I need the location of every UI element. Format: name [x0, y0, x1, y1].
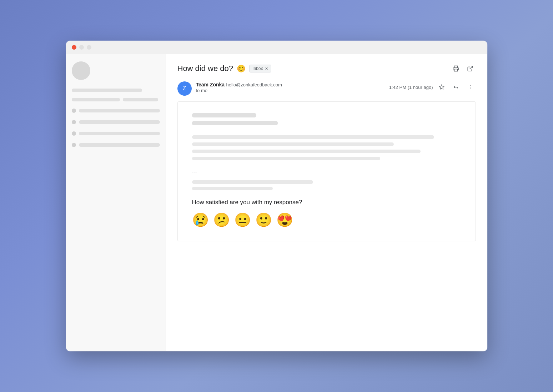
- svg-rect-0: [454, 69, 457, 71]
- footer-line-1: [192, 180, 313, 184]
- email-separator: ---: [192, 169, 461, 175]
- email-header: How did we do? 😊 Inbox ×: [177, 63, 476, 74]
- more-options-button[interactable]: [464, 81, 476, 93]
- sidebar-item-1[interactable]: [72, 109, 160, 113]
- sidebar-item-4[interactable]: [72, 143, 160, 147]
- email-timestamp: 1:42 PM (1 hour ago): [389, 85, 433, 90]
- svg-line-1: [469, 66, 472, 69]
- emoji-neutral[interactable]: 😐: [234, 213, 251, 227]
- browser-content: How did we do? 😊 Inbox ×: [66, 54, 487, 351]
- sidebar-dot-1: [72, 109, 76, 113]
- sender-initial: Z: [183, 85, 186, 92]
- email-meta-right: 1:42 PM (1 hour ago): [389, 81, 476, 93]
- browser-window: How did we do? 😊 Inbox ×: [66, 41, 487, 351]
- inbox-badge: Inbox ×: [249, 65, 271, 72]
- sidebar-bar-3: [123, 98, 158, 101]
- body-line-3: [192, 150, 421, 153]
- minimize-button[interactable]: [79, 45, 84, 50]
- close-button[interactable]: [72, 45, 76, 50]
- email-actions-right: [450, 63, 476, 74]
- sender-avatar: Z: [177, 81, 192, 96]
- open-external-button[interactable]: [464, 63, 476, 74]
- sidebar-item-bar-4: [79, 143, 160, 147]
- body-line-1: [192, 135, 434, 139]
- sidebar-item-bar-1: [79, 109, 160, 112]
- sidebar-two-bars: [72, 98, 160, 101]
- sidebar-item-2[interactable]: [72, 120, 160, 124]
- print-button[interactable]: [450, 63, 462, 74]
- sidebar-dot-2: [72, 120, 76, 124]
- maximize-button[interactable]: [87, 45, 91, 50]
- main-content: How did we do? 😊 Inbox ×: [166, 54, 487, 351]
- sidebar-item-bar-2: [79, 120, 160, 124]
- body-paragraph-1: [192, 135, 461, 160]
- email-subject: How did we do? 😊 Inbox ×: [177, 64, 271, 73]
- footer-line-2: [192, 187, 273, 190]
- sidebar-dot-4: [72, 143, 76, 147]
- email-sender-left: Z Team Zonka hello@zonkafeedback.com to …: [177, 81, 282, 96]
- star-button[interactable]: [436, 81, 447, 93]
- sidebar-bar-2: [72, 98, 120, 101]
- email-body: --- How satisfied are you with my respon…: [177, 101, 476, 241]
- emoji-very-satisfied[interactable]: 😍: [276, 213, 293, 227]
- body-line-2: [192, 142, 394, 146]
- email-sender-row: Z Team Zonka hello@zonkafeedback.com to …: [177, 81, 476, 96]
- footer-lines: [192, 180, 461, 190]
- sender-email: hello@zonkafeedback.com: [226, 82, 282, 87]
- sidebar: [66, 54, 166, 351]
- sender-to: to me: [196, 88, 282, 93]
- email-subject-title: How did we do?: [177, 64, 233, 73]
- sidebar-bar-1: [72, 89, 142, 92]
- title-bar: [66, 41, 487, 54]
- subject-emoji: 😊: [237, 64, 246, 73]
- inbox-badge-close[interactable]: ×: [265, 66, 268, 71]
- sidebar-avatar: [72, 61, 90, 80]
- sidebar-item-3[interactable]: [72, 131, 160, 136]
- svg-point-5: [470, 89, 471, 89]
- body-header-line2: [192, 121, 278, 125]
- body-header-lines: [192, 113, 461, 125]
- sidebar-dot-3: [72, 131, 76, 136]
- sender-info: Team Zonka hello@zonkafeedback.com to me: [196, 81, 282, 93]
- sidebar-item-bar-3: [79, 132, 160, 135]
- emoji-row: 😢 😕 😐 🙂 😍: [192, 213, 461, 227]
- body-line-4: [192, 157, 381, 160]
- svg-point-3: [470, 85, 471, 86]
- reply-button[interactable]: [450, 81, 462, 93]
- emoji-very-dissatisfied[interactable]: 😢: [192, 213, 209, 227]
- sender-name-row: Team Zonka hello@zonkafeedback.com: [196, 81, 282, 88]
- svg-point-4: [470, 87, 471, 87]
- inbox-label: Inbox: [252, 66, 263, 71]
- sender-name: Team Zonka: [196, 82, 225, 87]
- survey-question: How satisfied are you with my response?: [192, 199, 461, 206]
- emoji-dissatisfied[interactable]: 😕: [213, 213, 230, 227]
- body-header-line1: [192, 113, 256, 117]
- svg-marker-2: [439, 85, 444, 89]
- emoji-satisfied[interactable]: 🙂: [255, 213, 272, 227]
